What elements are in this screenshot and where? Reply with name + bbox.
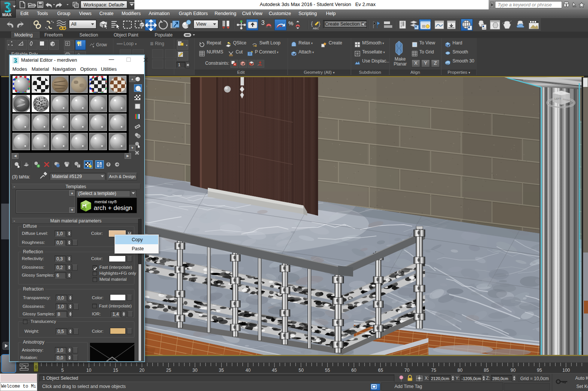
svg-text:40: 40	[245, 368, 251, 373]
svg-text:70: 70	[404, 368, 410, 373]
svg-text:}: }	[318, 20, 320, 27]
svg-text:ABC: ABC	[313, 27, 319, 30]
svg-text:65: 65	[378, 368, 383, 373]
svg-text:30: 30	[446, 63, 449, 65]
svg-text:10: 10	[86, 368, 91, 373]
svg-text:50: 50	[299, 368, 304, 373]
svg-text:20: 20	[139, 368, 145, 373]
svg-text:55: 55	[325, 368, 330, 373]
svg-text:15: 15	[113, 368, 118, 373]
svg-text:30: 30	[192, 368, 198, 373]
svg-text:35: 35	[219, 368, 224, 373]
svg-text:100: 100	[562, 368, 570, 373]
svg-text:80: 80	[457, 368, 463, 373]
svg-text:MAX: MAX	[2, 12, 12, 17]
svg-text:5: 5	[61, 368, 64, 373]
svg-text:90: 90	[510, 368, 516, 373]
svg-text:60: 60	[351, 368, 356, 373]
svg-text:45: 45	[272, 368, 277, 373]
svg-text:75: 75	[431, 368, 436, 373]
svg-text:95: 95	[537, 368, 542, 373]
svg-text:{: {	[311, 20, 313, 27]
svg-text:25: 25	[166, 368, 171, 373]
svg-text:LEFT: LEFT	[554, 97, 561, 100]
svg-text:85: 85	[484, 368, 489, 373]
